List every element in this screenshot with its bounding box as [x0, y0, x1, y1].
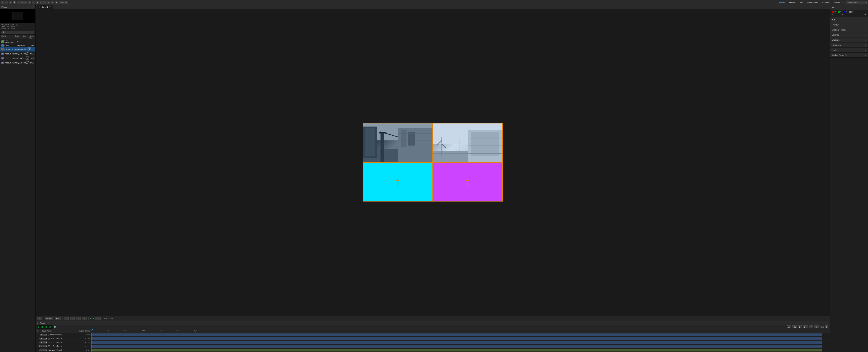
project-item-5[interactable]: ▷ VideoSe...t3.mov QuickTime 684 MB 29.9… [0, 61, 35, 65]
eraser-tool[interactable]: ◻ [32, 1, 35, 4]
grid-btn[interactable]: ⊞ [70, 317, 75, 320]
layer-parent-2[interactable]: None ▾ [85, 338, 90, 340]
layer-solo-3[interactable]: ◈ [45, 342, 48, 344]
character-expand[interactable]: ▶ [865, 39, 866, 41]
nav-back-btn[interactable]: ◀◀ [792, 325, 797, 328]
home-icon[interactable]: ⌂ [1, 1, 4, 4]
workspace-overflow[interactable]: » [843, 1, 844, 4]
layer-solo-1[interactable]: ◈ [45, 334, 48, 336]
select-tool[interactable]: ⊹ [21, 1, 24, 4]
workspace-learn[interactable]: Learn [798, 1, 804, 4]
layer-eye-5[interactable]: 👁 [40, 349, 42, 351]
layer-row-4[interactable]: 4 👁 ♪ ◈ [VideoS...nt1.mov] None ▾ [36, 344, 91, 348]
layer-row-2[interactable]: 2 👁 ♪ ◈ [VideoS...nt1.mov] None ▾ [36, 337, 91, 341]
zoom-tool[interactable]: 🔍 [13, 1, 16, 4]
layer-row-3[interactable]: 3 👁 ♪ ◈ [VideoS...nt2.mov] None ▾ [36, 341, 91, 344]
info-header[interactable]: Info [830, 5, 868, 10]
track-bar-2[interactable] [91, 337, 823, 340]
rotate-tool[interactable]: ↻ [17, 1, 20, 4]
workspace-default[interactable]: Default [778, 1, 786, 4]
timecode-search-btn[interactable]: 🔍 [54, 326, 57, 328]
workspace-review[interactable]: Review [788, 1, 796, 4]
layer-eye-4[interactable]: 👁 [40, 345, 42, 347]
effects-presets-expand[interactable]: ▶ [865, 29, 866, 31]
text-tool[interactable]: T [43, 1, 46, 4]
transparency-btn[interactable]: ◫ [82, 317, 87, 320]
snapping-toggle[interactable]: Snapping [59, 1, 68, 4]
play-btn[interactable]: ▶ [798, 325, 802, 328]
track-bar-1[interactable] [91, 333, 823, 336]
arrow-tool[interactable]: ↖ [5, 1, 8, 4]
layer-solo-4[interactable]: ◈ [45, 345, 48, 347]
region-btn[interactable]: ⊟ [64, 317, 69, 320]
workspace-smallscreen[interactable]: Small Screen [806, 1, 819, 4]
libraries-header[interactable]: Libraries ▶ [830, 32, 868, 37]
workspace-libraries[interactable]: Libraries [832, 1, 841, 4]
comp-tab-1[interactable]: ▶ Comp 1 ✕ [37, 5, 53, 9]
layer-audio-1[interactable]: ♪ [43, 334, 45, 336]
quality-display[interactable]: Full [55, 317, 61, 320]
project-item-3[interactable]: ▷ VideoSe...t1.mov QuickTime 640 MB 29.9… [0, 51, 35, 56]
layer-solo-5[interactable]: ◈ [45, 349, 48, 351]
effects-presets-header[interactable]: Effects & Presets ▶ [830, 27, 868, 32]
track-bar-5[interactable] [91, 349, 823, 351]
puppet-tool[interactable]: ✦ [55, 1, 58, 4]
clone-tool[interactable]: ⊕ [51, 1, 54, 4]
layer-solo-2[interactable]: ◈ [45, 338, 48, 340]
loop-btn[interactable]: ⟳ [809, 325, 813, 328]
layer-row-1[interactable]: 1 👁 ♪ ◈ [City Sounds.wav] None ▾ [36, 333, 91, 337]
paragraph-expand[interactable]: ▶ [865, 44, 866, 46]
comp-tab-close[interactable]: ✕ [49, 6, 51, 8]
layer-eye-2[interactable]: 👁 [40, 338, 42, 340]
timeline-ruler[interactable]: 0 0:05 0:10 0:15 0:20 0:25 0:30 [91, 329, 830, 333]
track-bar-4[interactable] [91, 345, 823, 348]
zoom-display[interactable]: 66.7% [45, 317, 53, 320]
project-search-input[interactable] [1, 31, 34, 34]
delete-btn[interactable]: 🗑 [825, 325, 829, 328]
safe-zones-btn[interactable]: ⊡ [76, 317, 81, 320]
project-item-1[interactable]: C Comp 1 Composition 29.97 [0, 44, 35, 47]
content-aware-fill-expand[interactable]: ▶ [865, 54, 866, 56]
timeline-timecode[interactable]: 0:00:00;00 [37, 325, 53, 328]
layer-parent-4[interactable]: None ▾ [85, 345, 90, 347]
search-help-input[interactable] [846, 1, 867, 4]
shape-tool[interactable]: ⬡ [39, 1, 43, 4]
layer-audio-3[interactable]: ♪ [43, 342, 45, 344]
rect-tool[interactable]: ▭ [24, 1, 27, 4]
pen-tool[interactable]: ✎ [9, 1, 12, 4]
layer-audio-5[interactable]: ♪ [43, 349, 45, 351]
nav-forward-btn[interactable]: ▶▶ [803, 325, 808, 328]
content-aware-fill-header[interactable]: Content-Aware Fill ▶ [830, 52, 868, 58]
libraries-expand[interactable]: ▶ [865, 34, 866, 36]
preview-header[interactable]: Preview ▶ [830, 22, 868, 27]
brush-tool[interactable]: ✏ [28, 1, 31, 4]
audio-header[interactable]: Audio ▶ [830, 17, 868, 22]
timeline-menu[interactable]: ≡ [48, 322, 49, 324]
project-item-0[interactable]: ♪ City Sounds.wav WAV [0, 39, 35, 44]
layer-parent-3[interactable]: None ▾ [85, 342, 90, 343]
track-bar-3[interactable] [91, 341, 823, 344]
tracker-expand[interactable]: ▶ [865, 49, 866, 51]
layer-audio-2[interactable]: ♪ [43, 338, 45, 340]
project-item-4[interactable]: ▷ VideoSe...t2.mov QuickTime 688 MB 29.9… [0, 56, 35, 61]
camera-tool[interactable]: ◈ [36, 1, 39, 4]
audio-expand[interactable]: ▶ [865, 19, 866, 21]
layer-parent-5[interactable]: None ▾ [85, 349, 90, 351]
paint-tool[interactable]: ⊛ [47, 1, 50, 4]
workspace-standard[interactable]: Standard [821, 1, 830, 4]
mute-btn[interactable]: 🔊 [814, 325, 819, 328]
project-panel-menu[interactable]: ≡ [33, 6, 34, 8]
layer-audio-4[interactable]: ♪ [43, 345, 45, 347]
camera-btn[interactable]: 📷 [95, 317, 101, 320]
layer-eye-1[interactable]: 👁 [40, 334, 42, 336]
always-preview-btn[interactable]: ⚑ [37, 317, 42, 320]
paragraph-header[interactable]: Paragraph ▶ [830, 42, 868, 47]
tracker-header[interactable]: Tracker ▶ [830, 47, 868, 52]
render-preview-btn[interactable]: ◭ [787, 325, 791, 328]
preview-expand[interactable]: ▶ [865, 24, 866, 26]
project-item-2[interactable]: J test_pa...01.jpg Importer/JPEG 793 KB [0, 47, 35, 51]
layer-row-5[interactable]: 5 👁 ♪ ◈ [test_p...v001.jpg] None ▾ [36, 348, 91, 352]
layer-eye-3[interactable]: 👁 [40, 342, 42, 344]
layer-parent-1[interactable]: None ▾ [85, 334, 90, 336]
character-header[interactable]: Character ▶ [830, 37, 868, 42]
